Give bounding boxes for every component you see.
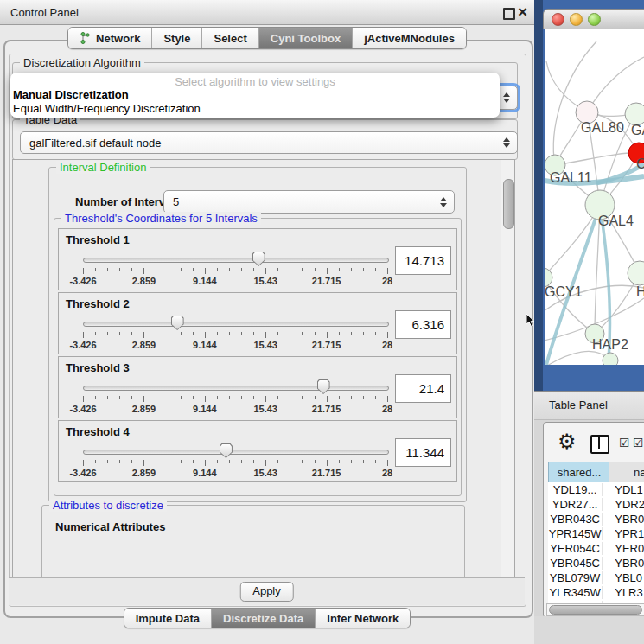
table-hscrollbar-thumb[interactable] [549, 605, 642, 615]
node[interactable] [628, 261, 644, 285]
table-data-group: Table Data galFiltered.sif default node [12, 119, 518, 160]
slider-track[interactable] [83, 258, 389, 263]
cell-name[interactable]: YBR0 [602, 513, 644, 526]
network-edge[interactable] [555, 153, 639, 165]
slider-tick [290, 268, 290, 271]
cell-name[interactable]: YBR0 [602, 557, 644, 570]
threshold-slider[interactable]: -3.4262.8599.14415.4321.71528 [59, 357, 405, 418]
table-row[interactable]: YER054CYER0 [548, 541, 644, 556]
threshold-panel-3: Threshold 3 -3.4262.8599.14415.4321.7152… [58, 356, 457, 418]
tab-select[interactable]: Select [201, 28, 258, 48]
table-row[interactable]: YDR27...YDR2 [548, 497, 644, 512]
threshold-slider[interactable]: -3.4262.8599.14415.4321.71528 [59, 229, 405, 290]
table-row[interactable]: YLR345WYLR3 [548, 585, 644, 600]
cell-name[interactable]: YDR2 [602, 498, 644, 511]
slider-tick [302, 396, 303, 399]
slider-thumb[interactable] [220, 443, 233, 458]
popup-item-equal-width[interactable]: Equal Width/Frequency Discretization [13, 102, 201, 115]
slider-tick [290, 332, 290, 335]
cell-name[interactable]: YLR3 [602, 586, 644, 599]
threshold-panel-2: Threshold 2 -3.4262.8599.14415.4321.7152… [58, 292, 457, 354]
slider-tick-label: 28 [382, 340, 392, 350]
slider-tick [339, 460, 340, 463]
slider-tick [339, 332, 340, 335]
slider-tick [277, 332, 278, 335]
table-hscrollbar[interactable] [546, 603, 644, 616]
threshold-value-field[interactable]: 21.4 [395, 374, 451, 403]
cell-shared-name[interactable]: YPR145W [548, 527, 602, 540]
close-icon[interactable]: × [518, 2, 527, 22]
popup-item-manual-discretization[interactable]: Manual Discretization [13, 88, 129, 101]
slider-tick [375, 396, 376, 399]
bottom-tab-bar: Impute Data Discretize Data Infer Networ… [0, 608, 534, 628]
slider-tick [205, 396, 206, 402]
slider-tick [363, 268, 364, 271]
zoom-traffic-light-icon[interactable] [588, 13, 601, 26]
tab-discretize-data[interactable]: Discretize Data [211, 609, 315, 628]
cell-name[interactable]: YER0 [602, 542, 644, 555]
settings-scrollbar-thumb[interactable] [503, 179, 514, 229]
slider-tick [253, 396, 254, 399]
table-row[interactable]: YDL19...YDL1 [548, 482, 644, 497]
gear-icon[interactable]: ⚙ [558, 431, 577, 452]
tab-infer-network[interactable]: Infer Network [315, 609, 410, 628]
cell-name[interactable]: YBL0 [602, 571, 644, 584]
table-row[interactable]: YBR045CYBR0 [548, 556, 644, 571]
close-traffic-light-icon[interactable] [552, 13, 564, 26]
slider-track[interactable] [83, 322, 389, 327]
slider-thumb[interactable] [317, 379, 330, 394]
slider-thumb[interactable] [252, 252, 265, 266]
column-header-name[interactable]: na [609, 462, 644, 483]
top-tab-bar: Network Style Select Cyni Toolbox jActiv… [0, 27, 534, 49]
minimize-traffic-light-icon[interactable] [570, 13, 583, 26]
table-row[interactable]: YBL079WYBL0 [548, 571, 644, 585]
slider-tick [302, 460, 303, 463]
threshold-slider[interactable]: -3.4262.8599.14415.4321.71528 [59, 421, 405, 481]
slider-tick [253, 268, 254, 271]
slider-tick [181, 396, 182, 399]
cell-shared-name[interactable]: YBR045C [548, 557, 602, 570]
table-data-combobox[interactable]: galFiltered.sif default node [20, 131, 518, 154]
tab-network[interactable]: Network [68, 28, 151, 48]
tab-impute-data[interactable]: Impute Data [124, 609, 211, 628]
network-edge[interactable] [545, 351, 610, 365]
table-row[interactable]: YBR043CYBR0 [548, 512, 644, 526]
checkbox-icon[interactable]: ☑ [619, 437, 630, 449]
cell-shared-name[interactable]: YBL079W [548, 571, 602, 584]
threshold-value-field[interactable]: 11.344 [395, 438, 451, 467]
slider-track[interactable] [83, 450, 389, 455]
slider-tick [339, 396, 340, 399]
settings-scrollbar[interactable] [501, 160, 514, 577]
node[interactable] [603, 353, 618, 365]
apply-button[interactable]: Apply [239, 582, 294, 602]
table-rows: YDL19...YDL1YDR27...YDR2YBR043CYBR0YPR14… [548, 482, 644, 604]
cell-shared-name[interactable]: YBR043C [548, 513, 602, 526]
network-view-canvas[interactable]: GAL80GACGAL11GAL4GCY1HHAP2 [545, 29, 644, 365]
threshold-value-field[interactable]: 6.316 [395, 310, 451, 339]
tab-cyni-toolbox[interactable]: Cyni Toolbox [258, 28, 352, 48]
attributes-group: Attributes to discretize Numerical Attri… [41, 505, 465, 579]
slider-tick [315, 332, 316, 335]
slider-track[interactable] [83, 386, 389, 391]
cell-shared-name[interactable]: YDL19... [548, 483, 602, 496]
cell-shared-name[interactable]: YER054C [548, 542, 602, 555]
tab-style[interactable]: Style [151, 28, 201, 48]
float-window-icon[interactable] [503, 8, 515, 20]
node-label: GA [631, 123, 644, 137]
number-of-intervals-combobox[interactable]: 5 [163, 190, 455, 214]
checkbox-icon[interactable]: ☑ [633, 437, 644, 449]
threshold-value-field[interactable]: 14.713 [395, 246, 451, 275]
column-header-shared-name[interactable]: shared... [548, 462, 610, 483]
threshold-slider[interactable]: -3.4262.8599.14415.4321.71528 [59, 293, 405, 354]
table-row[interactable]: YPR145WYPR1 [548, 526, 644, 541]
cell-shared-name[interactable]: YLR345W [548, 586, 602, 599]
slider-thumb[interactable] [171, 316, 184, 330]
slider-tick [375, 268, 376, 271]
slider-tick [351, 268, 352, 271]
cell-name[interactable]: YDL1 [602, 483, 644, 496]
tab-jactivemnodules[interactable]: jActiveMNodules [352, 28, 466, 48]
cell-name[interactable]: YPR1 [602, 527, 644, 540]
cell-shared-name[interactable]: YDR27... [548, 498, 602, 511]
slider-tick-label: 2.859 [132, 340, 156, 350]
column-layout-icon[interactable] [590, 435, 609, 454]
